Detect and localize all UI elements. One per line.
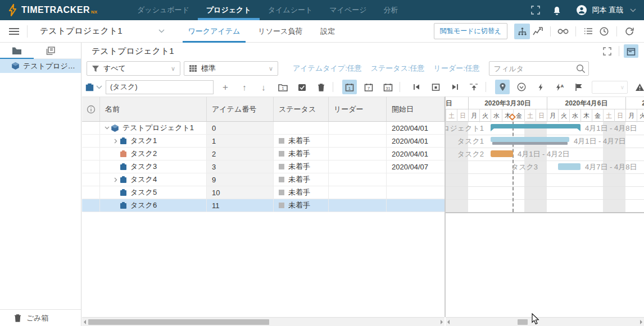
flag-icon[interactable] [572, 80, 586, 94]
column-header-5[interactable]: 開始日 [387, 97, 445, 121]
scroll-to-task-icon[interactable] [466, 80, 481, 94]
column-header-2[interactable]: アイテム番号 [207, 97, 274, 121]
nav-item-5[interactable]: 分析 [375, 0, 406, 20]
table-horizontal-scrollbar[interactable] [82, 317, 445, 326]
user-name[interactable]: 岡本 直哉 [592, 5, 623, 15]
list-view-icon[interactable] [580, 24, 596, 39]
gantt-task-bar[interactable] [491, 150, 513, 157]
tab-3[interactable]: 設定 [311, 20, 344, 43]
project-selector-label[interactable]: テストプロジェクト1 [40, 26, 123, 36]
tab-2[interactable]: リソース負荷 [249, 20, 311, 43]
sidebar-item-project[interactable]: テストプロジ… [0, 59, 81, 73]
view-mode-toggle-button[interactable]: 閲覧モードに切替え [434, 23, 507, 39]
jump-today-icon[interactable] [428, 80, 443, 94]
hamburger-menu-icon[interactable] [9, 26, 19, 36]
history-icon[interactable] [596, 24, 612, 39]
sidebar-tab-list[interactable] [34, 43, 67, 58]
column-header-info[interactable] [82, 97, 100, 121]
line-chart-icon[interactable] [530, 24, 546, 39]
gantt-row[interactable]: プロジェクト14月1日 - 4月8日 [446, 122, 644, 135]
scroll-right-arrow[interactable] [640, 320, 642, 324]
new-item-input[interactable] [106, 80, 214, 94]
user-menu-chevron-icon[interactable] [630, 8, 636, 12]
filter-search-input[interactable] [489, 61, 589, 76]
notifications-bell-icon[interactable] [552, 6, 561, 15]
cell-name[interactable]: テストプロジェクト1 [100, 122, 207, 134]
scroll-right-arrow[interactable] [441, 320, 443, 324]
move-up-icon[interactable]: ↑ [237, 80, 252, 94]
expand-all-icon[interactable] [514, 80, 529, 94]
gantt-summary-bar[interactable] [491, 124, 580, 128]
table-row[interactable]: タスク11未着手2020/04/01 [82, 135, 445, 148]
new-item-type-chevron-icon[interactable] [96, 85, 102, 89]
sidebar-tab-projects[interactable] [0, 43, 34, 58]
gantt-view-icon[interactable] [624, 44, 638, 58]
tree-expander-icon[interactable] [112, 177, 120, 182]
reading-mode-icon[interactable] [555, 24, 571, 39]
scale-day-icon[interactable]: 1 [342, 80, 357, 94]
add-item-icon[interactable]: + [218, 80, 233, 94]
cell-name[interactable]: タスク2 [100, 148, 207, 160]
search-icon[interactable] [576, 64, 586, 74]
quick-filter-3[interactable]: リーダー:任意 [434, 63, 480, 74]
jump-start-icon[interactable] [409, 80, 424, 94]
cell-name[interactable]: タスク1 [100, 135, 207, 147]
move-down-icon[interactable]: ↓ [256, 80, 271, 94]
gantt-row[interactable] [446, 199, 644, 212]
gantt-task-bar[interactable] [491, 137, 569, 145]
auto-schedule-icon[interactable] [533, 80, 548, 94]
column-header-1[interactable]: 名前 [100, 97, 207, 121]
gantt-row[interactable] [446, 173, 644, 186]
user-avatar[interactable] [576, 4, 587, 16]
table-row[interactable]: タスク22未着手2020/04/01 [82, 148, 445, 160]
quick-filter-1[interactable]: アイテムタイプ:任意 [293, 63, 362, 74]
trash-bin[interactable]: ごみ箱 [0, 309, 81, 326]
cell-name[interactable]: タスク4 [100, 173, 207, 186]
scroll-left-arrow[interactable] [84, 320, 86, 324]
nav-item-4[interactable]: マイページ [321, 0, 375, 20]
table-row[interactable]: テストプロジェクト102020/04/01 [82, 122, 445, 135]
disabled-select[interactable]: ∨ [592, 81, 628, 94]
cell-name[interactable]: タスク5 [100, 186, 207, 199]
column-header-4[interactable]: リーダー [329, 97, 387, 121]
cell-name[interactable]: タスク6 [100, 199, 207, 212]
warning-icon[interactable] [632, 80, 644, 94]
refresh-icon[interactable] [622, 24, 637, 39]
expand-panel-icon[interactable] [600, 44, 614, 58]
nav-item-1[interactable]: ダッシュボード [129, 0, 198, 20]
folder-item-icon[interactable]: 1 [275, 80, 290, 94]
column-header-3[interactable]: ステータス [274, 97, 329, 121]
jump-end-icon[interactable] [447, 80, 462, 94]
view-dropdown[interactable]: 標準 ∨ [184, 61, 278, 76]
gantt-row[interactable]: タスク24月1日 - 4月2日 [446, 148, 644, 160]
gantt-task-bar[interactable] [558, 163, 580, 170]
org-chart-icon[interactable] [514, 24, 530, 39]
scrollbar-thumb[interactable] [518, 319, 528, 325]
scroll-left-arrow[interactable] [447, 320, 450, 324]
show-location-icon[interactable] [495, 80, 510, 94]
delete-icon[interactable] [314, 80, 328, 94]
gantt-horizontal-scrollbar[interactable] [446, 317, 644, 326]
fullscreen-icon[interactable] [531, 6, 540, 15]
table-row[interactable]: タスク33未着手2020/04/07 [82, 160, 445, 173]
tab-1[interactable]: ワークアイテム [179, 20, 250, 43]
complete-icon[interactable] [294, 80, 309, 94]
gantt-row[interactable]: タスク14月1日 - 4月7日 [446, 135, 644, 148]
project-selector-chevron-icon[interactable] [158, 29, 165, 33]
nav-item-3[interactable]: タイムシート [260, 0, 321, 20]
nav-item-2[interactable]: プロジェクト [198, 0, 260, 20]
tree-expander-icon[interactable] [103, 126, 111, 130]
scale-week-icon[interactable]: 7 [361, 80, 376, 94]
auto-schedule-all-icon[interactable]: A [552, 80, 567, 94]
table-row[interactable]: タスク611未着手 [82, 199, 445, 212]
cell-name[interactable]: タスク3 [100, 160, 207, 173]
scale-month-icon[interactable]: 31 [380, 80, 395, 94]
scope-dropdown[interactable]: すべて ∨ [87, 61, 180, 76]
table-row[interactable]: タスク510未着手 [82, 186, 445, 199]
table-row[interactable]: タスク49未着手 [82, 173, 445, 186]
quick-filter-2[interactable]: ステータス:任意 [371, 63, 425, 74]
scrollbar-thumb[interactable] [88, 319, 269, 325]
gantt-row[interactable] [446, 186, 644, 199]
gantt-row[interactable]: タスク34月7日 - 4月8日 [446, 160, 644, 173]
new-item-type-icon[interactable] [85, 80, 94, 94]
